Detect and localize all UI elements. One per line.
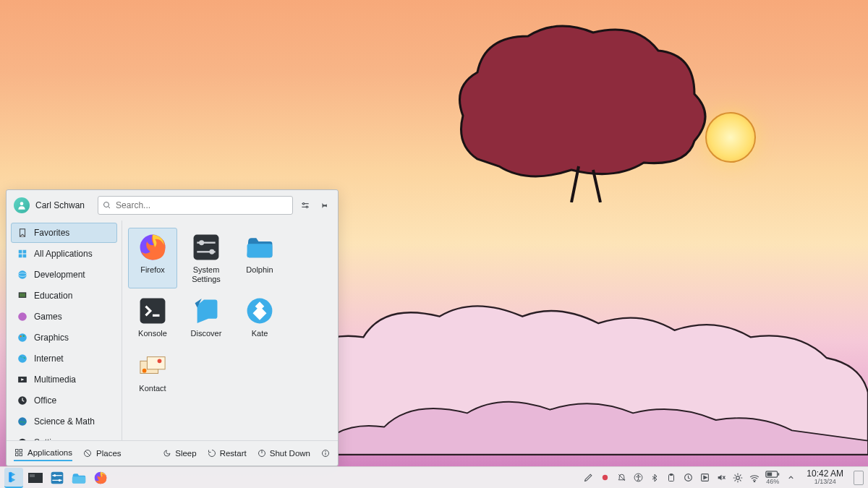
- svg-line-45: [85, 451, 90, 455]
- grid-icon: [17, 248, 28, 260]
- favorite-konsole[interactable]: Konsole: [128, 291, 177, 343]
- search-input[interactable]: [116, 200, 288, 210]
- task-pager[interactable]: [26, 469, 45, 487]
- svg-point-20: [18, 354, 27, 363]
- tab-places[interactable]: Places: [82, 446, 122, 461]
- svg-rect-43: [20, 453, 22, 456]
- wallpaper-clouds: [246, 257, 868, 459]
- battery-icon: [765, 471, 780, 478]
- tab-applications-label: Applications: [27, 448, 72, 457]
- kate-icon: [244, 296, 275, 326]
- svg-point-61: [603, 475, 608, 480]
- category-sidebar[interactable]: FavoritesAll ApplicationsDevelopmentEduc…: [7, 221, 122, 440]
- tray-edit-icon[interactable]: [582, 472, 594, 484]
- favorite-system-settings[interactable]: System Settings: [182, 228, 231, 288]
- svg-point-1: [104, 202, 109, 207]
- tray-accessibility-icon[interactable]: [632, 472, 644, 484]
- category-education[interactable]: Education: [11, 286, 117, 306]
- tray-record-icon[interactable]: [599, 472, 610, 484]
- user-avatar[interactable]: [14, 197, 30, 213]
- kontact-icon: [137, 351, 168, 381]
- svg-rect-9: [23, 250, 27, 254]
- favorite-kate[interactable]: Kate: [235, 291, 284, 343]
- svg-rect-41: [20, 450, 22, 453]
- category-label: All Applications: [34, 249, 93, 259]
- svg-rect-10: [19, 254, 22, 258]
- svg-point-80: [754, 481, 755, 481]
- info-button[interactable]: [320, 448, 331, 458]
- tray-clipboard-icon[interactable]: [665, 472, 677, 484]
- category-label: Internet: [34, 354, 64, 364]
- tray-notifications-icon[interactable]: [616, 472, 627, 484]
- favorites-grid: FirefoxSystem SettingsDolphinKonsoleDisc…: [122, 221, 338, 440]
- clock[interactable]: 10:42 AM 1/13/24: [802, 469, 848, 486]
- gamepad-icon: [17, 311, 28, 322]
- tray-media-icon[interactable]: [699, 472, 710, 484]
- favorite-dolphin[interactable]: Dolphin: [235, 228, 284, 288]
- category-settings[interactable]: Settings: [11, 432, 117, 440]
- svg-point-64: [637, 475, 639, 476]
- firefox-icon: [137, 232, 168, 262]
- favorite-label: System Settings: [183, 265, 229, 284]
- favorite-label: Dolphin: [246, 265, 273, 275]
- svg-rect-11: [23, 254, 27, 258]
- category-label: Development: [34, 270, 85, 280]
- svg-point-39: [158, 359, 162, 363]
- tray-updates-icon[interactable]: [682, 472, 694, 484]
- favorite-label: Firefox: [140, 265, 165, 275]
- tray-volume-icon[interactable]: [715, 472, 727, 484]
- tray-bluetooth-icon[interactable]: [649, 472, 660, 484]
- category-internet[interactable]: Internet: [11, 348, 117, 369]
- restart-button[interactable]: Restart: [207, 448, 247, 458]
- svg-rect-15: [20, 294, 25, 297]
- tray-brightness-icon[interactable]: [732, 472, 744, 484]
- pin-button[interactable]: [318, 199, 331, 212]
- configure-button[interactable]: [299, 199, 312, 212]
- category-development[interactable]: Development: [11, 265, 117, 285]
- favorite-firefox[interactable]: Firefox: [128, 228, 177, 288]
- tray-battery[interactable]: 46%: [765, 471, 780, 485]
- launcher-footer: Applications Places Sleep Restart Shut D…: [7, 440, 338, 466]
- show-desktop-button[interactable]: [854, 471, 864, 485]
- svg-point-6: [306, 206, 307, 207]
- shutdown-label: Shut Down: [270, 449, 310, 458]
- search-field[interactable]: [98, 196, 293, 215]
- globe-dev-icon: [17, 269, 28, 281]
- tray-network-icon[interactable]: [749, 472, 760, 484]
- favorite-label: Kontact: [139, 384, 166, 393]
- svg-point-19: [23, 335, 25, 337]
- tab-applications[interactable]: Applications: [14, 445, 72, 461]
- launcher-body: FavoritesAll ApplicationsDevelopmentEduc…: [7, 221, 338, 440]
- svg-rect-82: [778, 473, 780, 475]
- category-favorites[interactable]: Favorites: [11, 223, 117, 243]
- task-system-settings[interactable]: [48, 469, 67, 487]
- favorite-discover[interactable]: Discover: [182, 291, 231, 343]
- restart-icon: [207, 448, 217, 458]
- category-graphics[interactable]: Graphics: [11, 328, 117, 348]
- favorite-label: Konsole: [138, 329, 167, 338]
- app-launcher-button[interactable]: [4, 468, 23, 488]
- svg-rect-53: [30, 474, 35, 477]
- taskbar: 46% 10:42 AM 1/13/24: [0, 466, 868, 488]
- category-all-applications[interactable]: All Applications: [11, 244, 117, 264]
- sleep-button[interactable]: Sleep: [162, 448, 196, 458]
- svg-point-17: [18, 333, 27, 342]
- category-multimedia[interactable]: Multimedia: [11, 369, 117, 390]
- places-icon: [82, 448, 93, 458]
- category-games[interactable]: Games: [11, 307, 117, 327]
- favorite-kontact[interactable]: Kontact: [128, 346, 177, 398]
- task-dolphin[interactable]: [69, 469, 88, 487]
- tray-expand-icon[interactable]: [785, 472, 796, 484]
- category-label: Education: [34, 291, 72, 301]
- category-label: Favorites: [34, 228, 69, 238]
- task-firefox[interactable]: [91, 469, 110, 487]
- shutdown-button[interactable]: Shut Down: [257, 448, 310, 458]
- category-office[interactable]: Office: [11, 390, 117, 411]
- svg-rect-42: [16, 453, 19, 456]
- svg-point-18: [20, 335, 22, 337]
- konsole-icon: [137, 296, 168, 326]
- system-settings-icon: [191, 232, 221, 262]
- svg-rect-83: [767, 472, 773, 476]
- tab-places-label: Places: [96, 449, 122, 458]
- category-science-math[interactable]: Science & Math: [11, 411, 117, 432]
